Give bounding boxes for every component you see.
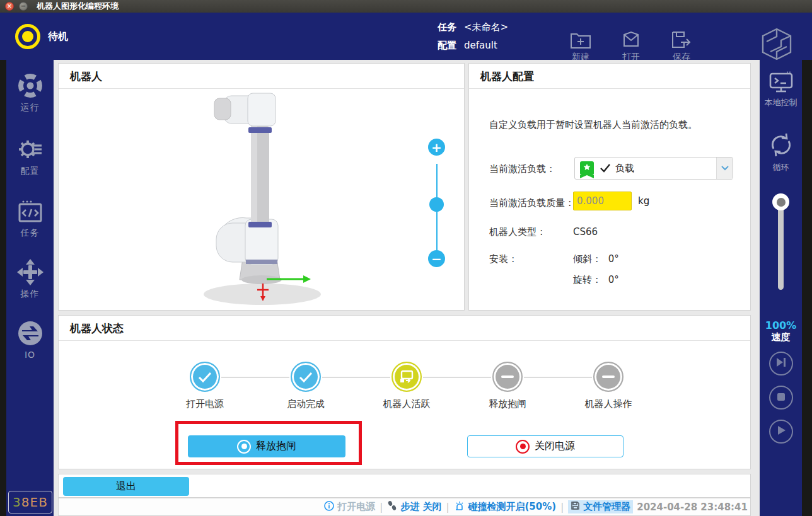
step-check-icon bbox=[190, 362, 220, 392]
step-label: 机器人操作 bbox=[571, 398, 646, 410]
zoom-out-button[interactable]: − bbox=[428, 250, 445, 267]
payload-mass-input[interactable] bbox=[573, 192, 632, 210]
separator: | bbox=[380, 502, 383, 513]
separator: | bbox=[446, 502, 449, 513]
status-steps: 打开电源 启动完成 机器人活跃 bbox=[59, 341, 751, 423]
task-value: <未命名> bbox=[464, 19, 508, 35]
step-check-icon bbox=[291, 362, 321, 392]
rotation-row: 旋转： 0° bbox=[573, 274, 619, 286]
rotation-label: 旋转： bbox=[573, 274, 601, 285]
step-mode-item[interactable]: 步进 关闭 bbox=[387, 501, 441, 513]
desktop-edge-right bbox=[802, 60, 812, 516]
exit-row: 退出 bbox=[58, 474, 751, 498]
speed-slider-track[interactable] bbox=[778, 202, 784, 290]
power-off-button[interactable]: 关闭电源 bbox=[467, 435, 624, 457]
step-label: 启动完成 bbox=[268, 398, 344, 410]
sidebar-task-label: 任务 bbox=[6, 227, 54, 239]
collision-icon bbox=[454, 501, 465, 513]
active-payload-dropdown[interactable]: 负载 bbox=[574, 157, 733, 180]
sidebar-item-config[interactable]: 配置 bbox=[6, 136, 54, 177]
collision-label: 碰撞检测开启(50%) bbox=[468, 501, 557, 513]
new-task-button[interactable]: 新建 bbox=[560, 30, 601, 63]
open-file-icon bbox=[610, 30, 652, 49]
step-robot-active: 机器人活跃 bbox=[369, 362, 444, 410]
play-button[interactable] bbox=[769, 420, 793, 444]
badge-part2: 8EB bbox=[21, 495, 48, 510]
stop-icon bbox=[777, 392, 786, 404]
tilt-value: 0° bbox=[608, 253, 619, 265]
payload-mass-unit: kg bbox=[638, 195, 649, 207]
config-value: default bbox=[464, 37, 497, 54]
step-power-on: 打开电源 bbox=[167, 362, 243, 410]
loop-cycle-icon bbox=[760, 131, 802, 159]
active-payload-value: 负载 bbox=[615, 163, 716, 175]
sidebar-io-label: IO bbox=[6, 350, 54, 360]
collision-detection-item[interactable]: 碰撞检测开启(50%) bbox=[454, 501, 557, 513]
check-icon bbox=[600, 163, 610, 175]
step-label: 释放抱闸 bbox=[470, 398, 545, 410]
window-close-button[interactable]: × bbox=[5, 2, 14, 11]
zoom-slider-handle[interactable] bbox=[429, 197, 444, 212]
speed-label: 速度 bbox=[760, 331, 802, 343]
robot-config-panel: 机器人配置 自定义负载用于暂时设置机器人当前激活的负载。 当前激活负载： 负载 bbox=[468, 63, 751, 311]
release-brake-button[interactable]: 释放抱闸 bbox=[188, 435, 345, 457]
power-off-label: 关闭电源 bbox=[535, 440, 575, 453]
zoom-in-button[interactable]: + bbox=[428, 139, 445, 156]
stop-button[interactable] bbox=[769, 386, 793, 410]
status-code-badge: 38EB bbox=[8, 491, 52, 513]
badge-part1: 3 bbox=[13, 495, 21, 510]
step-release-brake: 释放抱闸 bbox=[470, 362, 545, 410]
sidebar-item-operate[interactable]: 操作 bbox=[6, 259, 54, 300]
exit-button[interactable]: 退出 bbox=[63, 477, 189, 496]
robot-programming-environment: × − 机器人图形化编程环境 待机 任务 <未命名> 配置 default bbox=[0, 0, 812, 516]
payload-bookmark-icon bbox=[580, 161, 594, 175]
run-target-icon bbox=[6, 72, 54, 99]
task-config-meta: 任务 <未命名> 配置 default bbox=[438, 19, 508, 55]
footsteps-icon bbox=[387, 501, 397, 513]
step-robot-active-icon bbox=[392, 362, 422, 392]
loop-button[interactable]: 循环 bbox=[760, 131, 802, 173]
header-bar: 待机 任务 <未命名> 配置 default 新建 bbox=[0, 13, 812, 60]
skip-next-icon bbox=[775, 357, 787, 370]
speed-percent: 100% bbox=[760, 319, 802, 331]
local-control-label: 本地控制 bbox=[760, 97, 802, 108]
file-manager-label: 文件管理器 bbox=[583, 501, 630, 513]
active-payload-label: 当前激活负载： bbox=[489, 163, 555, 175]
sidebar-item-io[interactable]: IO bbox=[6, 320, 54, 360]
sidebar-item-run[interactable]: 运行 bbox=[6, 72, 54, 113]
standby-status-label: 待机 bbox=[48, 30, 68, 43]
power-status-item[interactable]: 打开电源 bbox=[324, 501, 375, 513]
left-sidebar: 运行 配置 bbox=[6, 60, 54, 516]
right-sidebar: 本地控制 循环 100% 速度 bbox=[760, 60, 802, 516]
config-gear-icon bbox=[6, 136, 54, 163]
open-task-button[interactable]: 打开 bbox=[610, 30, 652, 63]
local-control-terminal-icon bbox=[760, 71, 802, 94]
save-task-button[interactable]: 保存 bbox=[661, 30, 702, 63]
file-manager-item[interactable]: 文件管理器 bbox=[568, 500, 633, 513]
step-forward-button[interactable] bbox=[769, 352, 793, 376]
sidebar-item-task[interactable]: 任务 bbox=[6, 199, 54, 239]
task-label: 任务 bbox=[438, 19, 456, 35]
robot-status-panel: 机器人状态 打开电源 启动完成 bbox=[58, 315, 751, 469]
config-panel-title: 机器人配置 bbox=[469, 64, 750, 89]
speed-slider-handle[interactable] bbox=[772, 193, 789, 210]
brand-cube-logo-icon bbox=[760, 28, 793, 63]
robot-type-label: 机器人类型： bbox=[489, 226, 546, 238]
save-floppy-icon bbox=[661, 30, 702, 49]
desktop-edge-left bbox=[0, 60, 6, 516]
status-panel-title: 机器人状态 bbox=[59, 316, 750, 341]
window-minimize-button[interactable]: − bbox=[19, 2, 28, 11]
tilt-label: 倾斜： bbox=[573, 253, 601, 265]
task-code-window-icon bbox=[6, 199, 54, 224]
local-control-button[interactable]: 本地控制 bbox=[760, 71, 802, 108]
step-mode-label: 步进 关闭 bbox=[400, 501, 441, 513]
standby-status-icon bbox=[15, 24, 40, 49]
config-label: 配置 bbox=[438, 37, 456, 54]
window-title: 机器人图形化编程环境 bbox=[37, 1, 119, 12]
loop-label: 循环 bbox=[760, 162, 802, 173]
robot-3d-view[interactable] bbox=[59, 89, 464, 310]
release-brake-target-icon bbox=[237, 440, 251, 454]
play-icon bbox=[777, 425, 786, 438]
power-status-label: 打开电源 bbox=[337, 501, 375, 513]
step-minus-icon bbox=[492, 362, 523, 392]
